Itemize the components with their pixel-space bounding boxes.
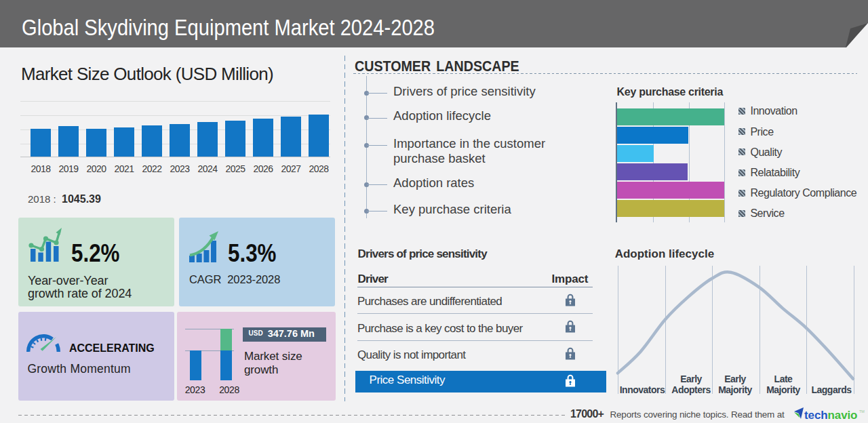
svg-text:TM: TM [859, 409, 865, 414]
svg-text:navio: navio [828, 409, 858, 422]
svg-text:tech: tech [804, 409, 828, 422]
